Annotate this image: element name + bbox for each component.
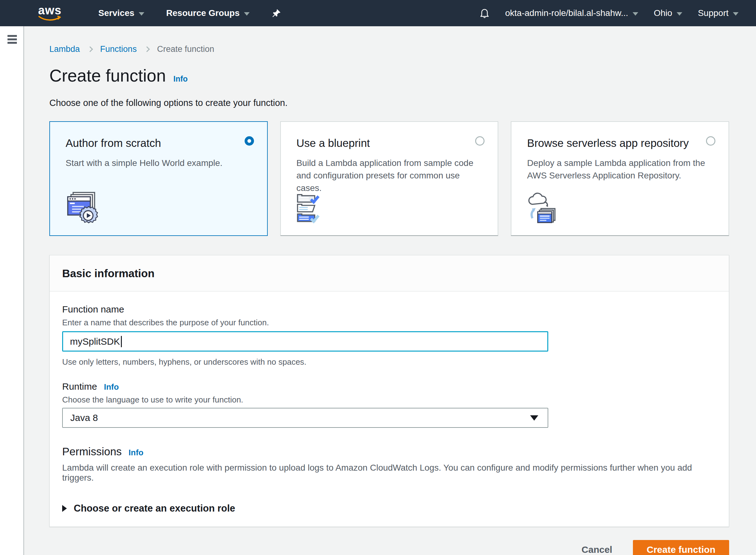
expander-caret-icon <box>62 505 67 512</box>
chevron-right-icon <box>144 46 150 52</box>
page-subtitle: Choose one of the following options to c… <box>49 98 729 108</box>
card-author-from-scratch[interactable]: Author from scratch Start with a simple … <box>49 121 268 236</box>
basic-information-panel: Basic information Function name Enter a … <box>49 255 729 527</box>
breadcrumb-functions[interactable]: Functions <box>100 44 137 54</box>
dropdown-caret-icon <box>530 415 538 421</box>
aws-logo-text: aws <box>38 5 61 16</box>
nav-account-menu[interactable]: okta-admin-role/bilal.al-shahw... <box>505 8 638 18</box>
hamburger-menu-icon[interactable] <box>7 35 17 44</box>
execution-role-expander-label: Choose or create an execution role <box>74 503 235 514</box>
card-description: Build a Lambda application from sample c… <box>297 157 484 195</box>
radio-author-from-scratch[interactable] <box>244 136 254 145</box>
panel-title: Basic information <box>62 267 716 280</box>
runtime-description: Choose the language to use to write your… <box>62 395 716 405</box>
card-title: Browse serverless app repository <box>527 137 714 150</box>
runtime-label: Runtime <box>62 381 97 392</box>
nav-services-label: Services <box>98 8 134 18</box>
function-name-description: Enter a name that describes the purpose … <box>62 318 716 328</box>
footer-actions: Cancel Create function <box>49 540 729 555</box>
runtime-select[interactable]: Java 8 <box>62 408 548 428</box>
card-use-a-blueprint[interactable]: Use a blueprint Build a Lambda applicati… <box>280 121 499 236</box>
chevron-down-icon <box>677 12 682 16</box>
card-title: Use a blueprint <box>297 137 484 150</box>
nav-region-menu[interactable]: Ohio <box>654 8 682 18</box>
title-info-link[interactable]: Info <box>173 74 188 83</box>
pin-icon[interactable] <box>271 8 281 18</box>
top-nav: aws Services Resource Groups okta-admin-… <box>0 0 756 26</box>
serverless-repo-icon <box>527 190 562 225</box>
chevron-right-icon <box>87 46 93 52</box>
panel-header: Basic information <box>50 255 729 292</box>
function-name-value: mySplitSDK <box>70 336 120 347</box>
chevron-down-icon <box>633 12 638 16</box>
author-from-scratch-icon <box>65 190 100 225</box>
blueprint-icon <box>297 190 331 225</box>
execution-role-expander[interactable]: Choose or create an execution role <box>62 503 716 514</box>
page-title: Create function <box>49 66 166 85</box>
permissions-description: Lambda will create an execution role wit… <box>62 463 716 483</box>
runtime-info-link[interactable]: Info <box>104 382 119 392</box>
cancel-button[interactable]: Cancel <box>582 544 612 555</box>
breadcrumb-current: Create function <box>157 44 214 54</box>
creation-option-cards: Author from scratch Start with a simple … <box>49 121 729 236</box>
chevron-down-icon <box>244 12 250 16</box>
main-content: Lambda Functions Create function Create … <box>24 26 756 555</box>
function-name-input[interactable]: mySplitSDK <box>62 331 548 351</box>
nav-resource-groups-label: Resource Groups <box>166 8 239 18</box>
permissions-info-link[interactable]: Info <box>129 448 144 458</box>
breadcrumb: Lambda Functions Create function <box>49 44 729 54</box>
nav-resource-groups[interactable]: Resource Groups <box>166 8 250 18</box>
permissions-group: Permissions Info Lambda will create an e… <box>62 445 716 514</box>
nav-services[interactable]: Services <box>98 8 144 18</box>
chevron-down-icon <box>733 12 739 16</box>
aws-smile-icon <box>38 16 61 21</box>
breadcrumb-lambda[interactable]: Lambda <box>49 44 80 54</box>
bell-icon[interactable] <box>479 7 490 19</box>
aws-logo[interactable]: aws <box>38 5 61 21</box>
create-function-button[interactable]: Create function <box>633 540 729 555</box>
nav-support-menu[interactable]: Support <box>698 8 739 18</box>
text-cursor <box>121 336 122 347</box>
chevron-down-icon <box>139 12 144 16</box>
runtime-selected-value: Java 8 <box>70 413 98 423</box>
card-title: Author from scratch <box>65 137 253 150</box>
nav-region-label: Ohio <box>654 8 672 18</box>
function-name-label: Function name <box>62 304 716 315</box>
card-description: Deploy a sample Lambda application from … <box>527 157 714 182</box>
nav-account-label: okta-admin-role/bilal.al-shahw... <box>505 8 628 18</box>
radio-browse-serverless-app-repository[interactable] <box>706 136 715 145</box>
nav-support-label: Support <box>698 8 728 18</box>
sidebar <box>0 26 24 555</box>
card-description: Start with a simple Hello World example. <box>65 157 253 169</box>
function-name-constraint: Use only letters, numbers, hyphens, or u… <box>62 357 716 367</box>
permissions-label: Permissions <box>62 445 122 458</box>
card-browse-serverless-app-repository[interactable]: Browse serverless app repository Deploy … <box>511 121 729 236</box>
function-name-field-group: Function name Enter a name that describe… <box>62 304 716 367</box>
runtime-field-group: Runtime Info Choose the language to use … <box>62 381 716 428</box>
